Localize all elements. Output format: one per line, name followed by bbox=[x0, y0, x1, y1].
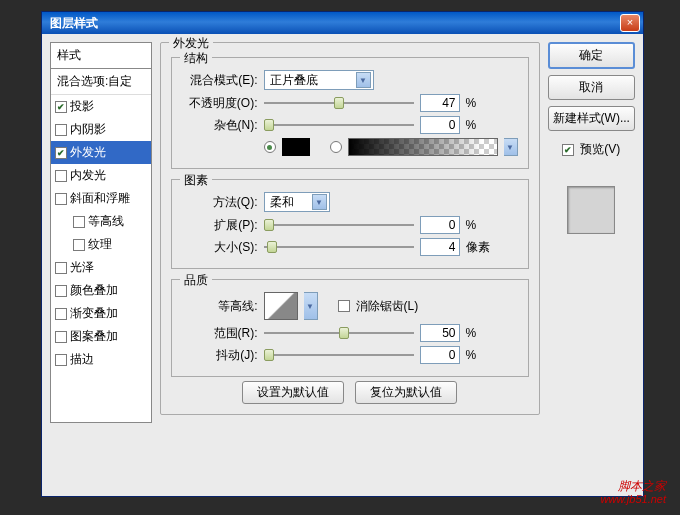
jitter-slider[interactable] bbox=[264, 348, 414, 362]
quality-group: 品质 等高线: ▼ 消除锯齿(L) 范围(R): 50 % bbox=[171, 279, 529, 377]
noise-label: 杂色(N): bbox=[182, 117, 258, 134]
reset-default-button[interactable]: 复位为默认值 bbox=[355, 381, 457, 404]
style-checkbox[interactable] bbox=[55, 147, 67, 159]
preview-box bbox=[548, 176, 636, 244]
right-column: 确定 取消 新建样式(W)... 预览(V) bbox=[548, 42, 636, 423]
style-item[interactable]: 颜色叠加 bbox=[51, 279, 151, 302]
style-checkbox[interactable] bbox=[55, 193, 67, 205]
style-checkbox[interactable] bbox=[55, 285, 67, 297]
style-label: 渐变叠加 bbox=[70, 305, 118, 322]
style-item[interactable]: 内发光 bbox=[51, 164, 151, 187]
spread-slider[interactable] bbox=[264, 218, 414, 232]
style-checkbox[interactable] bbox=[55, 331, 67, 343]
preview-label: 预览(V) bbox=[580, 141, 620, 158]
close-button[interactable]: × bbox=[620, 14, 640, 32]
blend-mode-select[interactable]: 正片叠底 ▼ bbox=[264, 70, 374, 90]
chevron-down-icon[interactable]: ▼ bbox=[304, 292, 318, 320]
outer-glow-section: 外发光 结构 混合模式(E): 正片叠底 ▼ 不透明度(O): 47 bbox=[160, 42, 540, 415]
opacity-label: 不透明度(O): bbox=[182, 95, 258, 112]
style-label: 内发光 bbox=[70, 167, 106, 184]
range-label: 范围(R): bbox=[182, 325, 258, 342]
noise-slider[interactable] bbox=[264, 118, 414, 132]
contour-label: 等高线: bbox=[182, 298, 258, 315]
style-item[interactable]: 光泽 bbox=[51, 256, 151, 279]
style-label: 内阴影 bbox=[70, 121, 106, 138]
style-item[interactable]: 外发光 bbox=[51, 141, 151, 164]
blend-mode-label: 混合模式(E): bbox=[182, 72, 258, 89]
style-item[interactable]: 描边 bbox=[51, 348, 151, 371]
style-item[interactable]: 投影 bbox=[51, 95, 151, 118]
chevron-down-icon[interactable]: ▼ bbox=[504, 138, 518, 156]
style-checkbox[interactable] bbox=[55, 354, 67, 366]
technique-label: 方法(Q): bbox=[182, 194, 258, 211]
ok-button[interactable]: 确定 bbox=[548, 42, 636, 69]
elements-legend: 图素 bbox=[180, 172, 212, 189]
range-input[interactable]: 50 bbox=[420, 324, 460, 342]
preview-checkbox[interactable] bbox=[562, 144, 574, 156]
opacity-input[interactable]: 47 bbox=[420, 94, 460, 112]
style-item[interactable]: 渐变叠加 bbox=[51, 302, 151, 325]
style-item[interactable]: 等高线 bbox=[51, 210, 151, 233]
antialias-label: 消除锯齿(L) bbox=[356, 298, 419, 315]
quality-legend: 品质 bbox=[180, 272, 212, 289]
spread-label: 扩展(P): bbox=[182, 217, 258, 234]
layer-style-dialog: 图层样式 × 样式 混合选项:自定 投影内阴影外发光内发光斜面和浮雕等高线纹理光… bbox=[41, 11, 644, 497]
dialog-title: 图层样式 bbox=[45, 15, 620, 32]
size-input[interactable]: 4 bbox=[420, 238, 460, 256]
structure-group: 结构 混合模式(E): 正片叠底 ▼ 不透明度(O): 47 % bbox=[171, 57, 529, 169]
antialias-checkbox[interactable] bbox=[338, 300, 350, 312]
style-checkbox[interactable] bbox=[55, 308, 67, 320]
style-checkbox[interactable] bbox=[73, 239, 85, 251]
set-default-button[interactable]: 设置为默认值 bbox=[242, 381, 344, 404]
style-item[interactable]: 图案叠加 bbox=[51, 325, 151, 348]
elements-group: 图素 方法(Q): 柔和 ▼ 扩展(P): 0 % bbox=[171, 179, 529, 269]
style-label: 光泽 bbox=[70, 259, 94, 276]
style-item[interactable]: 纹理 bbox=[51, 233, 151, 256]
new-style-button[interactable]: 新建样式(W)... bbox=[548, 106, 636, 131]
chevron-down-icon: ▼ bbox=[356, 72, 371, 88]
chevron-down-icon: ▼ bbox=[312, 194, 327, 210]
style-label: 图案叠加 bbox=[70, 328, 118, 345]
blend-options[interactable]: 混合选项:自定 bbox=[51, 69, 151, 95]
style-label: 外发光 bbox=[70, 144, 106, 161]
jitter-label: 抖动(J): bbox=[182, 347, 258, 364]
contour-picker[interactable] bbox=[264, 292, 298, 320]
structure-legend: 结构 bbox=[180, 50, 212, 67]
style-checkbox[interactable] bbox=[55, 124, 67, 136]
style-label: 描边 bbox=[70, 351, 94, 368]
style-checkbox[interactable] bbox=[55, 101, 67, 113]
style-label: 颜色叠加 bbox=[70, 282, 118, 299]
cancel-button[interactable]: 取消 bbox=[548, 75, 636, 100]
jitter-input[interactable]: 0 bbox=[420, 346, 460, 364]
style-item[interactable]: 斜面和浮雕 bbox=[51, 187, 151, 210]
styles-list: 样式 混合选项:自定 投影内阴影外发光内发光斜面和浮雕等高线纹理光泽颜色叠加渐变… bbox=[50, 42, 152, 423]
size-label: 大小(S): bbox=[182, 239, 258, 256]
style-item[interactable]: 内阴影 bbox=[51, 118, 151, 141]
style-label: 斜面和浮雕 bbox=[70, 190, 130, 207]
style-checkbox[interactable] bbox=[55, 262, 67, 274]
style-checkbox[interactable] bbox=[55, 170, 67, 182]
color-swatch[interactable] bbox=[282, 138, 310, 156]
style-label: 投影 bbox=[70, 98, 94, 115]
range-slider[interactable] bbox=[264, 326, 414, 340]
opacity-slider[interactable] bbox=[264, 96, 414, 110]
spread-input[interactable]: 0 bbox=[420, 216, 460, 234]
main-panel: 外发光 结构 混合模式(E): 正片叠底 ▼ 不透明度(O): 47 bbox=[160, 42, 540, 423]
style-checkbox[interactable] bbox=[73, 216, 85, 228]
style-label: 纹理 bbox=[88, 236, 112, 253]
watermark: 脚本之家 www.jb51.net bbox=[601, 480, 666, 505]
color-radio[interactable] bbox=[264, 141, 276, 153]
styles-header: 样式 bbox=[51, 43, 151, 69]
titlebar[interactable]: 图层样式 × bbox=[42, 12, 643, 34]
noise-input[interactable]: 0 bbox=[420, 116, 460, 134]
gradient-radio[interactable] bbox=[330, 141, 342, 153]
style-label: 等高线 bbox=[88, 213, 124, 230]
gradient-swatch[interactable] bbox=[348, 138, 498, 156]
preview-swatch bbox=[567, 186, 615, 234]
size-slider[interactable] bbox=[264, 240, 414, 254]
technique-select[interactable]: 柔和 ▼ bbox=[264, 192, 330, 212]
